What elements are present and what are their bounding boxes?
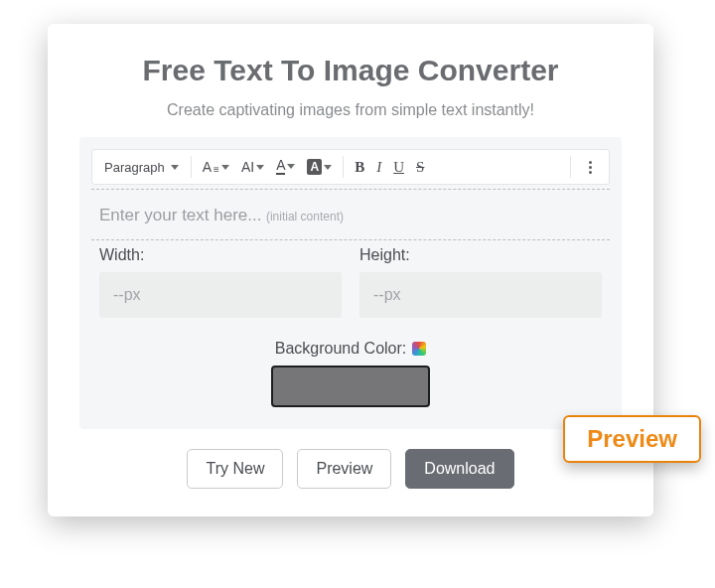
height-label: Height: bbox=[359, 246, 602, 264]
italic-button[interactable]: I bbox=[371, 155, 386, 180]
text-case-dropdown[interactable]: AI bbox=[236, 155, 269, 179]
width-column: Width: bbox=[99, 246, 342, 318]
chevron-down-icon bbox=[221, 165, 229, 170]
editor-panel: Paragraph A≡ AI A A B I U bbox=[79, 137, 622, 429]
background-color-row: Background Color: bbox=[91, 340, 610, 407]
strike-button[interactable]: S bbox=[411, 155, 429, 180]
height-column: Height: bbox=[359, 246, 602, 318]
editor-placeholder: Enter your text here... bbox=[99, 206, 261, 224]
text-color-dropdown[interactable]: A bbox=[271, 155, 300, 178]
height-input[interactable] bbox=[359, 272, 602, 318]
block-format-select[interactable]: Paragraph bbox=[98, 156, 185, 179]
editor-toolbar: Paragraph A≡ AI A A B I U bbox=[91, 149, 610, 185]
underline-button[interactable]: U bbox=[388, 155, 409, 180]
toolbar-divider bbox=[570, 156, 571, 178]
try-new-button[interactable]: Try New bbox=[187, 449, 283, 489]
toolbar-divider bbox=[191, 156, 192, 178]
bold-button[interactable]: B bbox=[350, 155, 369, 180]
dimensions-row: Width: Height: bbox=[91, 240, 610, 318]
font-size-dropdown[interactable]: A≡ bbox=[198, 155, 234, 179]
toolbar-divider bbox=[343, 156, 344, 178]
page-subtitle: Create captivating images from simple te… bbox=[79, 101, 622, 119]
preview-overlay-tag: Preview bbox=[563, 415, 701, 463]
width-input[interactable] bbox=[99, 272, 342, 318]
chevron-down-icon bbox=[171, 165, 179, 170]
editor-initial-note: (initial content) bbox=[266, 210, 344, 223]
kebab-icon bbox=[582, 161, 598, 174]
page-title: Free Text To Image Converter bbox=[79, 54, 622, 87]
more-options-button[interactable] bbox=[577, 157, 603, 178]
block-format-label: Paragraph bbox=[104, 160, 165, 175]
bg-color-dropdown[interactable]: A bbox=[302, 155, 337, 179]
width-label: Width: bbox=[99, 246, 342, 264]
chevron-down-icon bbox=[256, 165, 264, 170]
text-input-area[interactable]: Enter your text here... (initial content… bbox=[91, 190, 610, 235]
download-button[interactable]: Download bbox=[405, 449, 513, 489]
background-color-label: Background Color: bbox=[275, 340, 427, 358]
preview-button[interactable]: Preview bbox=[297, 449, 391, 489]
background-color-swatch[interactable] bbox=[271, 366, 430, 407]
chevron-down-icon bbox=[287, 164, 295, 169]
color-wheel-icon bbox=[412, 342, 426, 356]
chevron-down-icon bbox=[324, 165, 332, 170]
action-buttons: Try New Preview Download bbox=[79, 449, 622, 489]
